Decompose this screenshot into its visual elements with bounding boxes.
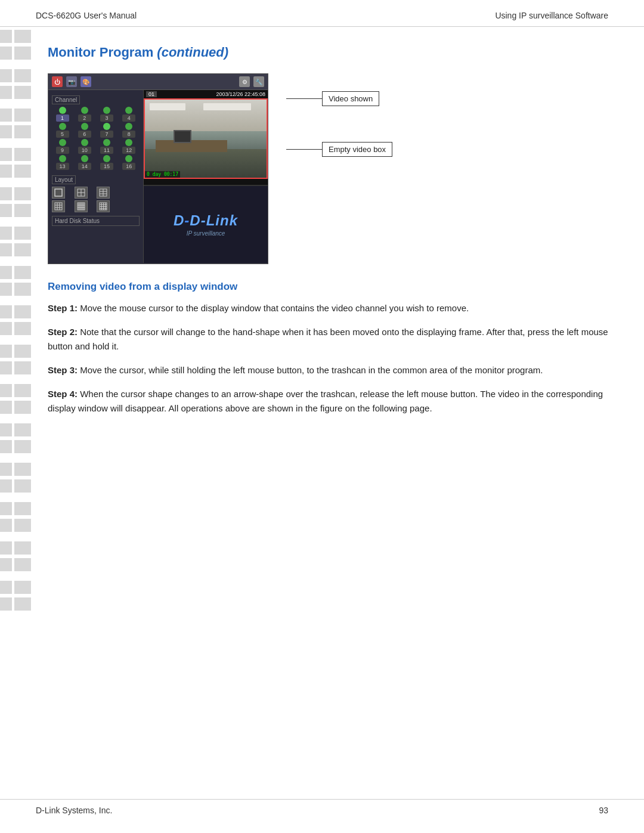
ceiling: [144, 98, 268, 131]
channel-13-num: 13: [56, 163, 69, 170]
channel-14[interactable]: 14: [74, 155, 95, 170]
dlink-logo-text: D-D-Link: [174, 212, 238, 229]
ceiling-light-2: [203, 103, 251, 110]
channel-13-dot: [59, 155, 66, 162]
settings-icon[interactable]: ⚙: [239, 76, 250, 87]
channel-6[interactable]: 6: [74, 123, 95, 138]
app-toolbar: ⏻ 📷 🎨 ⚙ 🔧: [48, 74, 268, 90]
video-scene: 0 day 00:17: [144, 98, 268, 179]
step-3-text: Move the cursor, while still holding the…: [78, 365, 543, 375]
channel-11-num: 11: [100, 147, 113, 154]
app-body: Channel 1 2 3: [48, 90, 268, 263]
channel-8[interactable]: 8: [119, 123, 140, 138]
channel-9[interactable]: 9: [52, 139, 73, 154]
monitor-on-desk: [174, 130, 191, 143]
video-frame: 0 day 00:17: [144, 98, 268, 179]
channel-11[interactable]: 11: [97, 139, 117, 154]
video-overlay-text: 0 day 00:17: [145, 171, 180, 178]
video-bottom: D-D-Link IP surveillance: [144, 185, 268, 263]
svg-rect-0: [55, 189, 62, 196]
power-icon[interactable]: ⏻: [52, 76, 63, 87]
step-4-label: Step 4:: [48, 389, 78, 399]
channel-label: Channel: [52, 95, 80, 104]
channel-1-dot: [59, 107, 66, 114]
section-title: Monitor Program (continued): [48, 45, 608, 60]
channel-4[interactable]: 4: [119, 107, 140, 122]
channel-3-dot: [103, 107, 110, 114]
hd-status-label: Hard Disk Status: [55, 218, 137, 224]
header-right: Using IP surveillance Software: [495, 11, 608, 20]
callout-container: Video shown Empty video box: [268, 73, 392, 175]
empty-video-box-label: Empty video box: [322, 142, 392, 157]
step-1: Step 1: Move the mouse cursor to the dis…: [48, 301, 608, 315]
channel-16[interactable]: 16: [119, 155, 140, 170]
channel-2[interactable]: 2: [74, 107, 95, 122]
channel-5-dot: [59, 123, 66, 130]
video-timestamp: 2003/12/26 22:45:08: [216, 91, 265, 97]
channel-3[interactable]: 3: [97, 107, 117, 122]
step-1-text: Move the mouse cursor to the display win…: [78, 303, 469, 313]
video-shown-label: Video shown: [322, 91, 379, 106]
dlink-logo-area: D-D-Link IP surveillance: [174, 212, 238, 237]
step-2-label: Step 2:: [48, 327, 78, 337]
channel-panel: Channel 1 2 3: [48, 90, 144, 263]
channel-5-num: 5: [56, 131, 69, 138]
ceiling-light-1: [150, 103, 185, 110]
channel-5[interactable]: 5: [52, 123, 73, 138]
layout-section: Layout: [52, 174, 140, 212]
left-decoration: [0, 30, 33, 614]
page-header: DCS-6620G User's Manual Using IP surveil…: [0, 0, 644, 27]
channel-7-dot: [103, 123, 110, 130]
layout-4x4-b[interactable]: [97, 200, 110, 212]
channel-9-num: 9: [56, 147, 69, 154]
channel-1[interactable]: 1: [52, 107, 73, 122]
hd-status: Hard Disk Status: [52, 216, 140, 226]
tools-icon[interactable]: 🔧: [253, 76, 264, 87]
channel-9-dot: [59, 139, 66, 146]
layout-4x4-a[interactable]: [75, 200, 88, 212]
layout-2x3[interactable]: [97, 187, 110, 199]
channel-4-dot: [125, 107, 132, 114]
page-footer: D-Link Systems, Inc. 93: [0, 799, 644, 815]
step-2-text: Note that the cursor will change to the …: [48, 327, 608, 351]
channel-12-num: 12: [122, 147, 135, 154]
layout-2x2[interactable]: [75, 187, 88, 199]
step-2: Step 2: Note that the cursor will change…: [48, 325, 608, 354]
channel-8-dot: [125, 123, 132, 130]
dlink-subtitle: IP surveillance: [174, 230, 238, 237]
channel-2-num: 2: [78, 114, 91, 122]
color-icon[interactable]: 🎨: [80, 76, 91, 87]
channel-15-dot: [103, 155, 110, 162]
channel-6-num: 6: [78, 131, 91, 138]
channel-10-dot: [81, 139, 88, 146]
channel-3-num: 3: [100, 114, 113, 122]
channel-2-dot: [81, 107, 88, 114]
footer-right: 93: [599, 806, 608, 815]
step-3: Step 3: Move the cursor, while still hol…: [48, 363, 608, 377]
channel-12[interactable]: 12: [119, 139, 140, 154]
screenshot-area: ⏻ 📷 🎨 ⚙ 🔧 Channel 1: [48, 73, 608, 264]
channel-15[interactable]: 15: [97, 155, 117, 170]
channel-7[interactable]: 7: [97, 123, 117, 138]
channel-16-dot: [125, 155, 132, 162]
camera-icon[interactable]: 📷: [66, 76, 77, 87]
channel-12-dot: [125, 139, 132, 146]
step-1-label: Step 1:: [48, 303, 78, 313]
callout-empty-video-box: Empty video box: [286, 142, 392, 157]
app-window: ⏻ 📷 🎨 ⚙ 🔧 Channel 1: [48, 73, 268, 264]
callout-line-1: [286, 98, 322, 99]
svg-rect-8: [55, 203, 62, 210]
channel-13[interactable]: 13: [52, 155, 73, 170]
layout-label: Layout: [52, 175, 76, 184]
channel-4-num: 4: [122, 114, 135, 122]
video-header: 01 2003/12/26 22:45:08: [144, 90, 268, 98]
step-4: Step 4: When the cursor shape changes to…: [48, 387, 608, 416]
main-content: Monitor Program (continued) ⏻ 📷 🎨 ⚙ 🔧 Ch…: [0, 27, 644, 443]
channel-10[interactable]: 10: [74, 139, 95, 154]
channel-6-dot: [81, 123, 88, 130]
step-3-label: Step 3:: [48, 365, 78, 375]
layout-3x3[interactable]: [52, 200, 65, 212]
channel-14-dot: [81, 155, 88, 162]
layout-single[interactable]: [52, 187, 65, 199]
video-panel: 01 2003/12/26 22:45:08: [144, 90, 268, 263]
